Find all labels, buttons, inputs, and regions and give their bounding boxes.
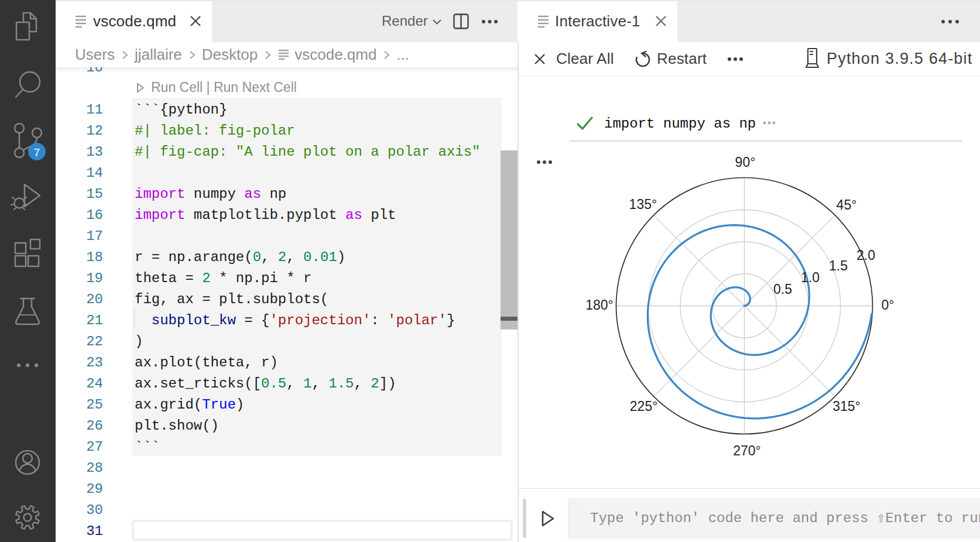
svg-text:0.5: 0.5 bbox=[773, 282, 792, 297]
svg-text:1.0: 1.0 bbox=[801, 270, 820, 285]
svg-text:7: 7 bbox=[34, 146, 40, 159]
svg-text:135°: 135° bbox=[629, 197, 657, 212]
svg-text:45°: 45° bbox=[837, 197, 857, 212]
svg-text:180°: 180° bbox=[585, 297, 614, 313]
svg-text:90°: 90° bbox=[735, 155, 756, 170]
svg-text:270°: 270° bbox=[733, 443, 761, 458]
svg-text:0°: 0° bbox=[882, 297, 895, 313]
svg-text:2.0: 2.0 bbox=[856, 248, 875, 263]
svg-text:1.5: 1.5 bbox=[829, 258, 848, 273]
svg-text:315°: 315° bbox=[832, 399, 861, 414]
svg-text:225°: 225° bbox=[630, 399, 658, 414]
